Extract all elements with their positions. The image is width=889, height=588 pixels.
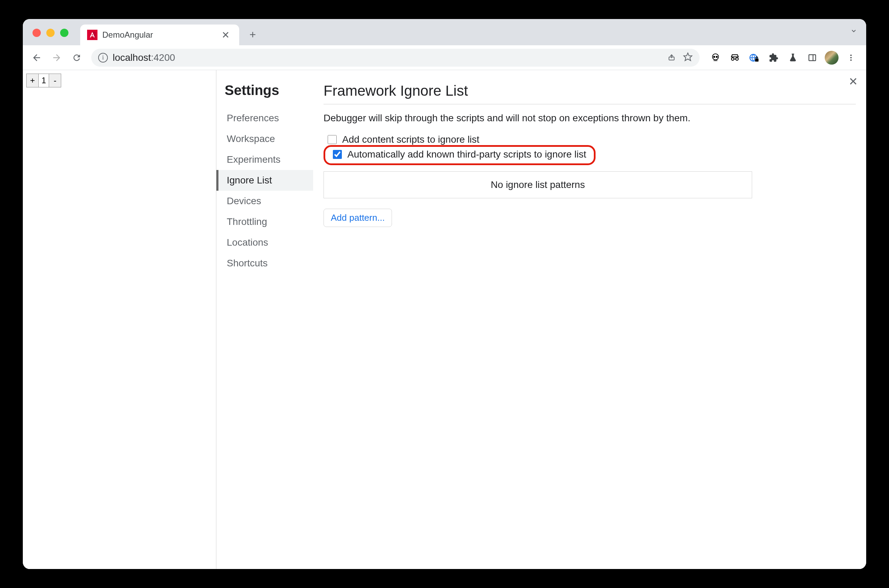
content-scripts-label: Add content scripts to ignore list (342, 134, 479, 145)
url-port: :4200 (151, 52, 175, 63)
svg-point-5 (713, 56, 715, 57)
annotation-highlight: Automatically add known third-party scri… (323, 145, 596, 165)
svg-rect-8 (755, 58, 759, 62)
kebab-menu-icon[interactable] (844, 51, 858, 64)
svg-point-11 (850, 55, 851, 56)
third-party-label: Automatically add known third-party scri… (347, 149, 586, 160)
tab-list-chevron-icon[interactable] (850, 27, 858, 36)
counter-plus-button[interactable]: + (26, 74, 39, 87)
no-patterns-text: No ignore list patterns (491, 179, 585, 190)
settings-nav: Preferences Workspace Experiments Ignore… (225, 108, 313, 274)
extension-lock-globe-icon[interactable] (747, 51, 761, 64)
settings-main: Framework Ignore List Debugger will skip… (313, 70, 866, 569)
svg-marker-3 (684, 53, 692, 60)
forward-button[interactable] (48, 50, 65, 66)
tab-title: DemoAngular (102, 30, 214, 40)
panel-description: Debugger will skip through the scripts a… (323, 112, 856, 124)
extensions-puzzle-icon[interactable] (767, 51, 781, 64)
counter-stepper: + 1 - (26, 74, 213, 87)
svg-point-6 (716, 56, 718, 57)
svg-marker-1 (92, 31, 96, 40)
nav-ignore-list[interactable]: Ignore List (216, 170, 313, 191)
reload-button[interactable] (68, 50, 85, 66)
new-tab-button[interactable]: + (244, 26, 261, 43)
nav-devices[interactable]: Devices (225, 191, 313, 212)
checkbox-row-third-party[interactable]: Automatically add known third-party scri… (329, 148, 590, 160)
tab-close-button[interactable]: ✕ (219, 28, 232, 42)
nav-workspace[interactable]: Workspace (225, 129, 313, 149)
close-settings-button[interactable]: ✕ (846, 74, 860, 90)
url-omnibox[interactable]: i localhost:4200 (91, 49, 700, 67)
browser-window: DemoAngular ✕ + i localhost:4200 (23, 19, 866, 569)
url-text: localhost:4200 (113, 52, 175, 63)
page-viewport: + 1 - (23, 70, 216, 569)
content-scripts-checkbox[interactable] (328, 135, 337, 144)
panel-heading: Framework Ignore List (323, 82, 856, 104)
window-maximize-button[interactable] (60, 28, 68, 37)
settings-title: Settings (225, 82, 313, 98)
ignore-patterns-box: No ignore list patterns (323, 171, 752, 198)
checkbox-row-content-scripts[interactable]: Add content scripts to ignore list (323, 134, 856, 146)
window-close-button[interactable] (33, 28, 41, 37)
counter-value: 1 (39, 74, 49, 87)
nav-throttling[interactable]: Throttling (225, 212, 313, 232)
extension-skull-icon[interactable] (709, 51, 722, 64)
extension-incognito-icon[interactable] (728, 51, 742, 64)
angular-favicon-icon (87, 30, 98, 40)
back-button[interactable] (29, 50, 45, 66)
panel-toggle-icon[interactable] (805, 51, 819, 64)
svg-rect-9 (809, 55, 816, 60)
nav-experiments[interactable]: Experiments (225, 149, 313, 170)
profile-avatar[interactable] (825, 51, 838, 64)
settings-sidebar: Settings Preferences Workspace Experimen… (216, 70, 313, 569)
toolbar-extensions (706, 51, 860, 64)
add-pattern-button[interactable]: Add pattern... (323, 208, 392, 227)
browser-tab[interactable]: DemoAngular ✕ (80, 24, 239, 45)
browser-tab-bar: DemoAngular ✕ + (23, 19, 866, 45)
window-controls (33, 28, 68, 37)
share-icon[interactable] (667, 52, 676, 63)
window-minimize-button[interactable] (46, 28, 55, 37)
nav-shortcuts[interactable]: Shortcuts (225, 253, 313, 274)
address-bar: i localhost:4200 (23, 45, 866, 70)
url-host: localhost (113, 52, 151, 63)
svg-point-12 (850, 57, 851, 58)
bookmark-star-icon[interactable] (683, 52, 693, 63)
svg-point-13 (850, 59, 851, 61)
devtools-settings-panel: ✕ Settings Preferences Workspace Experim… (216, 70, 866, 569)
nav-locations[interactable]: Locations (225, 232, 313, 253)
nav-preferences[interactable]: Preferences (225, 108, 313, 129)
third-party-checkbox[interactable] (333, 150, 342, 159)
counter-minus-button[interactable]: - (49, 74, 61, 87)
content-area: + 1 - ✕ Settings Preferences Workspace E… (23, 70, 866, 569)
extension-flask-icon[interactable] (786, 51, 800, 64)
site-info-icon[interactable]: i (98, 53, 108, 63)
